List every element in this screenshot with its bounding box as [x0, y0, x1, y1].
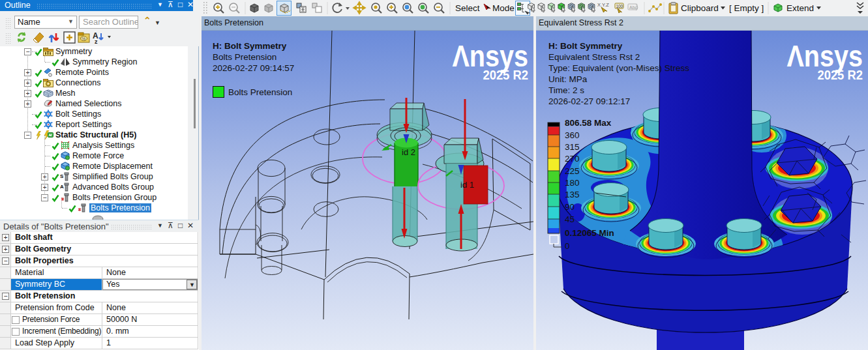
svg-text:id 2: id 2 [402, 147, 415, 157]
svg-text:%: % [82, 36, 85, 41]
svg-text:Extend: Extend [786, 3, 814, 13]
svg-text:S: S [60, 173, 64, 179]
svg-text:270: 270 [565, 154, 580, 164]
svg-text:180: 180 [565, 178, 580, 188]
svg-text:Clipboard: Clipboard [681, 3, 719, 13]
svg-text:315: 315 [565, 142, 580, 152]
svg-text:225: 225 [565, 166, 580, 176]
svg-text:135: 135 [565, 190, 580, 199]
svg-text:Abc: Abc [629, 5, 638, 10]
svg-text:id 1: id 1 [460, 180, 474, 190]
svg-text:360: 360 [565, 130, 580, 140]
svg-text:45: 45 [565, 214, 575, 224]
svg-text:X.Y.Z: X.Y.Z [597, 2, 609, 8]
svg-text:[ Empty ]: [ Empty ] [729, 3, 764, 13]
svg-text:z: z [95, 38, 98, 45]
svg-text:100: 100 [616, 4, 623, 8]
svg-text:0.12065 Min: 0.12065 Min [565, 228, 614, 238]
svg-text:Mode: Mode [492, 3, 515, 13]
svg-text:Select: Select [455, 3, 480, 13]
svg-text:806.58 Max: 806.58 Max [565, 118, 612, 128]
svg-text:90: 90 [565, 202, 575, 212]
svg-text:0: 0 [565, 241, 570, 251]
svg-text:A: A [60, 184, 64, 190]
